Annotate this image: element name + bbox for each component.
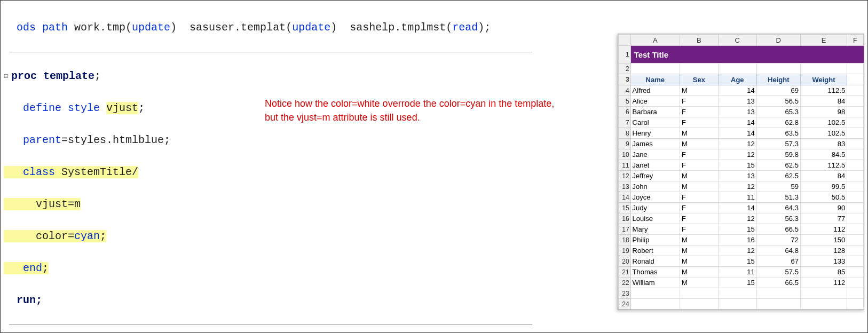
data-cell[interactable]: 67 — [756, 256, 800, 267]
data-cell[interactable]: Henry — [630, 128, 680, 139]
empty-cell[interactable] — [718, 64, 756, 74]
data-cell[interactable]: 56.3 — [756, 213, 800, 224]
data-cell[interactable]: Carol — [630, 117, 680, 128]
empty-cell[interactable] — [847, 117, 864, 128]
data-cell[interactable]: 57.5 — [756, 267, 800, 278]
row-number[interactable]: 6 — [619, 107, 631, 117]
row-number[interactable]: 12 — [619, 171, 631, 181]
data-cell[interactable]: 150 — [800, 235, 847, 245]
data-cell[interactable]: M — [680, 85, 718, 96]
data-cell[interactable]: M — [680, 267, 718, 278]
data-cell[interactable]: 84 — [800, 96, 847, 107]
data-cell[interactable]: John — [630, 181, 680, 192]
data-cell[interactable]: 112 — [800, 278, 847, 288]
data-header[interactable]: Name — [630, 74, 680, 85]
data-cell[interactable]: Ronald — [630, 256, 680, 267]
data-cell[interactable]: 66.5 — [756, 278, 800, 288]
empty-cell[interactable] — [630, 299, 680, 310]
data-cell[interactable]: M — [680, 181, 718, 192]
data-cell[interactable]: 84.5 — [800, 149, 847, 160]
data-cell[interactable]: 14 — [718, 203, 756, 213]
empty-cell[interactable] — [718, 299, 756, 310]
col-header[interactable]: F — [847, 35, 864, 46]
empty-cell[interactable] — [847, 224, 864, 235]
data-cell[interactable]: Louise — [630, 213, 680, 224]
empty-cell[interactable] — [847, 107, 864, 117]
data-cell[interactable]: F — [680, 203, 718, 213]
data-cell[interactable]: 13 — [718, 107, 756, 117]
col-header[interactable]: C — [718, 35, 756, 46]
row-number[interactable]: 24 — [619, 299, 631, 310]
data-cell[interactable]: 128 — [800, 245, 847, 256]
data-cell[interactable]: M — [680, 171, 718, 181]
data-header[interactable]: Sex — [680, 74, 718, 85]
row-number[interactable]: 3 — [619, 74, 631, 85]
data-cell[interactable]: 98 — [800, 107, 847, 117]
data-cell[interactable]: 85 — [800, 267, 847, 278]
data-cell[interactable]: Alfred — [630, 85, 680, 96]
empty-cell[interactable] — [847, 278, 864, 288]
empty-cell[interactable] — [680, 64, 718, 74]
data-cell[interactable]: 12 — [718, 245, 756, 256]
data-header[interactable]: Weight — [800, 74, 847, 85]
data-cell[interactable]: 15 — [718, 160, 756, 171]
data-cell[interactable]: F — [680, 107, 718, 117]
row-number[interactable]: 16 — [619, 213, 631, 224]
data-cell[interactable]: 84 — [800, 171, 847, 181]
data-cell[interactable]: F — [680, 96, 718, 107]
data-cell[interactable]: F — [680, 224, 718, 235]
col-header[interactable]: B — [680, 35, 718, 46]
empty-cell[interactable] — [680, 299, 718, 310]
data-cell[interactable]: 72 — [756, 235, 800, 245]
empty-cell[interactable] — [756, 288, 800, 299]
empty-cell[interactable] — [847, 96, 864, 107]
data-cell[interactable]: 57.3 — [756, 139, 800, 149]
data-cell[interactable]: 11 — [718, 192, 756, 203]
empty-cell[interactable] — [847, 85, 864, 96]
row-number[interactable]: 4 — [619, 85, 631, 96]
data-cell[interactable]: Janet — [630, 160, 680, 171]
data-cell[interactable]: 90 — [800, 203, 847, 213]
empty-cell[interactable] — [847, 74, 864, 85]
data-cell[interactable]: M — [680, 139, 718, 149]
col-header[interactable]: E — [800, 35, 847, 46]
data-cell[interactable]: 50.5 — [800, 192, 847, 203]
data-cell[interactable]: M — [680, 235, 718, 245]
data-cell[interactable]: 62.5 — [756, 160, 800, 171]
empty-cell[interactable] — [800, 64, 847, 74]
data-cell[interactable]: 64.8 — [756, 245, 800, 256]
data-cell[interactable]: M — [680, 256, 718, 267]
data-cell[interactable]: 62.5 — [756, 171, 800, 181]
empty-cell[interactable] — [847, 139, 864, 149]
data-cell[interactable]: M — [680, 245, 718, 256]
data-cell[interactable]: 69 — [756, 85, 800, 96]
data-cell[interactable]: F — [680, 192, 718, 203]
row-number[interactable]: 15 — [619, 203, 631, 213]
data-cell[interactable]: Alice — [630, 96, 680, 107]
empty-cell[interactable] — [800, 299, 847, 310]
row-number[interactable]: 9 — [619, 139, 631, 149]
empty-cell[interactable] — [630, 288, 680, 299]
data-cell[interactable]: 102.5 — [800, 117, 847, 128]
row-number[interactable]: 21 — [619, 267, 631, 278]
empty-cell[interactable] — [847, 288, 864, 299]
data-cell[interactable]: 112.5 — [800, 160, 847, 171]
data-cell[interactable]: 11 — [718, 267, 756, 278]
empty-cell[interactable] — [718, 288, 756, 299]
data-cell[interactable]: 15 — [718, 224, 756, 235]
data-cell[interactable]: 13 — [718, 171, 756, 181]
empty-cell[interactable] — [847, 267, 864, 278]
row-number[interactable]: 23 — [619, 288, 631, 299]
data-cell[interactable]: 112.5 — [800, 85, 847, 96]
data-cell[interactable]: 59 — [756, 181, 800, 192]
row-number[interactable]: 1 — [619, 46, 631, 64]
data-cell[interactable]: 14 — [718, 117, 756, 128]
empty-cell[interactable] — [847, 160, 864, 171]
data-cell[interactable]: Jeffrey — [630, 171, 680, 181]
col-header[interactable]: D — [756, 35, 800, 46]
data-cell[interactable]: 66.5 — [756, 224, 800, 235]
empty-cell[interactable] — [847, 213, 864, 224]
row-number[interactable]: 19 — [619, 245, 631, 256]
empty-cell[interactable] — [630, 64, 680, 74]
data-cell[interactable]: Barbara — [630, 107, 680, 117]
